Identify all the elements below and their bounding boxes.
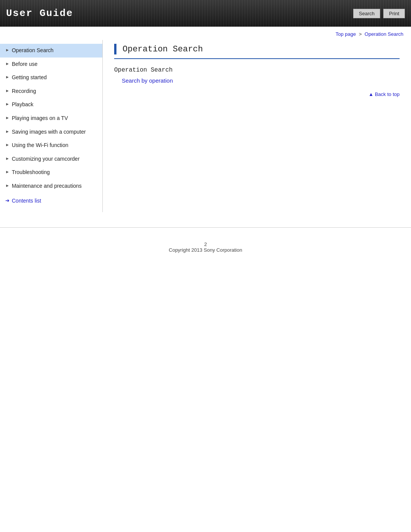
breadcrumb-top-page[interactable]: Top page bbox=[336, 31, 356, 37]
sidebar-item-label: Playback bbox=[12, 101, 33, 109]
print-button[interactable]: Print bbox=[383, 9, 405, 18]
search-by-operation-link[interactable]: Search by operation bbox=[114, 77, 400, 84]
sidebar-item-operation-search[interactable]: ► Operation Search bbox=[0, 44, 102, 58]
contents-list-link[interactable]: ➔ Contents list bbox=[0, 193, 102, 208]
sidebar-item-label: Playing images on a TV bbox=[12, 115, 68, 122]
footer: 2 Copyright 2013 Sony Corporation bbox=[0, 227, 411, 259]
sidebar-item-troubleshooting[interactable]: ► Troubleshooting bbox=[0, 166, 102, 179]
sidebar-item-label: Recording bbox=[12, 88, 36, 95]
sidebar-item-label: Saving images with a computer bbox=[12, 128, 86, 136]
arrow-icon: ► bbox=[5, 88, 10, 93]
sidebar-item-label: Before use bbox=[12, 61, 38, 68]
breadcrumb-current[interactable]: Operation Search bbox=[365, 31, 403, 37]
sidebar: ► Operation Search ► Before use ► Gettin… bbox=[0, 40, 103, 212]
sidebar-item-before-use[interactable]: ► Before use bbox=[0, 58, 102, 71]
breadcrumb: Top page > Operation Search bbox=[0, 27, 411, 40]
sidebar-item-recording[interactable]: ► Recording bbox=[0, 85, 102, 98]
sidebar-item-label: Operation Search bbox=[12, 47, 54, 54]
arrow-icon: ► bbox=[5, 75, 10, 79]
arrow-right-icon: ➔ bbox=[5, 198, 10, 203]
arrow-icon: ► bbox=[5, 129, 10, 134]
copyright: Copyright 2013 Sony Corporation bbox=[169, 247, 242, 253]
arrow-icon: ► bbox=[5, 142, 10, 147]
search-button[interactable]: Search bbox=[353, 9, 380, 18]
back-to-top-link[interactable]: ▲ Back to top bbox=[368, 91, 400, 97]
sidebar-item-playing-images-tv[interactable]: ► Playing images on a TV bbox=[0, 112, 102, 125]
sidebar-item-label: Using the Wi-Fi function bbox=[12, 142, 68, 149]
sidebar-item-maintenance[interactable]: ► Maintenance and precautions bbox=[0, 179, 102, 193]
arrow-icon: ► bbox=[5, 61, 10, 66]
contents-list-label: Contents list bbox=[12, 198, 41, 204]
sidebar-item-label: Customizing your camcorder bbox=[12, 155, 80, 163]
title-bar-decoration bbox=[114, 44, 116, 54]
sidebar-item-playback[interactable]: ► Playback bbox=[0, 98, 102, 112]
sidebar-item-getting-started[interactable]: ► Getting started bbox=[0, 71, 102, 85]
arrow-icon: ► bbox=[5, 169, 10, 174]
sidebar-item-wifi-function[interactable]: ► Using the Wi-Fi function bbox=[0, 139, 102, 152]
main-layout: ► Operation Search ► Before use ► Gettin… bbox=[0, 40, 411, 212]
sidebar-item-label: Getting started bbox=[12, 74, 47, 81]
sidebar-item-saving-images[interactable]: ► Saving images with a computer bbox=[0, 125, 102, 139]
content-area: Operation Search Operation Search Search… bbox=[103, 40, 411, 212]
content-title: Operation Search bbox=[123, 45, 203, 54]
section-heading: Operation Search bbox=[114, 67, 400, 73]
back-to-top: ▲ Back to top bbox=[114, 91, 400, 97]
header: User Guide Search Print bbox=[0, 0, 411, 27]
sidebar-item-label: Troubleshooting bbox=[12, 169, 50, 176]
header-title: User Guide bbox=[6, 8, 73, 19]
content-title-bar-container: Operation Search bbox=[114, 44, 400, 59]
arrow-icon: ► bbox=[5, 102, 10, 106]
sidebar-item-label: Maintenance and precautions bbox=[12, 182, 82, 190]
page-number: 2 bbox=[6, 241, 405, 247]
sidebar-item-customizing-camcorder[interactable]: ► Customizing your camcorder bbox=[0, 152, 102, 166]
breadcrumb-separator: > bbox=[359, 31, 363, 37]
arrow-icon: ► bbox=[5, 156, 10, 161]
arrow-icon: ► bbox=[5, 183, 10, 188]
arrow-icon: ► bbox=[5, 48, 10, 52]
arrow-icon: ► bbox=[5, 115, 10, 120]
header-buttons: Search Print bbox=[353, 9, 405, 18]
